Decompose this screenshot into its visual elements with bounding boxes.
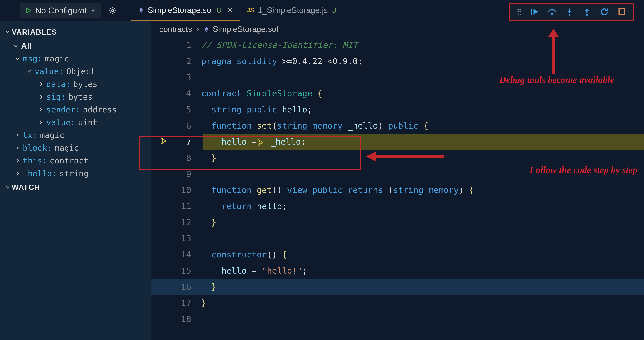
- ethereum-icon: [204, 26, 210, 32]
- variable-key: msg:: [23, 54, 42, 63]
- variable-value: address: [83, 105, 117, 114]
- line-number: 13: [151, 230, 201, 246]
- code-line-10[interactable]: 10 function get() view public returns (s…: [151, 182, 644, 198]
- code-line-17[interactable]: 17}: [151, 295, 644, 311]
- code-line-7[interactable]: 7 hello = _hello;: [151, 134, 644, 150]
- run-config-selector[interactable]: No Configurat: [20, 3, 101, 18]
- drag-grip-icon[interactable]: [516, 9, 522, 16]
- code-line-12[interactable]: 12 }: [151, 214, 644, 230]
- step-out-button[interactable]: [582, 8, 591, 17]
- code-line-13[interactable]: 13: [151, 230, 644, 246]
- breadcrumb[interactable]: contracts SimpleStorage.sol: [151, 21, 644, 37]
- variable-key: tx:: [23, 130, 38, 140]
- breadcrumb-file[interactable]: SimpleStorage.sol: [213, 25, 278, 34]
- variable-block[interactable]: block: magic: [7, 141, 151, 154]
- variable-data[interactable]: data: bytes: [7, 78, 151, 91]
- line-number: 4: [151, 85, 201, 102]
- variable-key: _hello:: [23, 169, 57, 178]
- code-line-9[interactable]: 9: [151, 166, 644, 182]
- line-number: 5: [151, 102, 201, 118]
- close-icon[interactable]: ✕: [227, 6, 233, 15]
- tab-1_simplestorage-js[interactable]: JS1_SimpleStorage.js U: [240, 0, 343, 21]
- line-content: }: [201, 214, 216, 230]
- code-line-5[interactable]: 5 string public hello;: [151, 102, 644, 118]
- line-number: 9: [151, 166, 201, 182]
- line-content: function get() view public returns (stri…: [201, 182, 474, 198]
- restart-button[interactable]: [600, 8, 609, 17]
- variable-key: value:: [34, 67, 64, 76]
- variable-key: value:: [46, 118, 75, 127]
- variable-value[interactable]: value: uint: [7, 116, 151, 129]
- variable-this[interactable]: this: contract: [7, 154, 151, 167]
- variable-msg[interactable]: msg: magic: [7, 52, 151, 65]
- code-line-8[interactable]: 8 }: [151, 150, 644, 166]
- chevron-down-icon: [5, 30, 10, 35]
- tab-label: SimpleStorage.sol: [148, 6, 213, 15]
- line-number: 3: [151, 69, 201, 85]
- code-line-3[interactable]: 3: [151, 69, 644, 85]
- variable-value: contract: [50, 156, 88, 165]
- variable-key: this:: [23, 156, 47, 165]
- chevron-right-icon: [38, 94, 44, 99]
- chevron-right-icon: [196, 27, 200, 32]
- code-line-11[interactable]: 11 return hello;: [151, 198, 644, 214]
- code-line-16[interactable]: 16 }: [151, 279, 644, 295]
- tab-label: 1_SimpleStorage.js: [258, 6, 328, 15]
- svg-point-4: [520, 11, 520, 12]
- debug-sidebar: VARIABLES All msg: magicvalue: Objectdat…: [0, 21, 151, 340]
- variable-sender[interactable]: sender: address: [7, 103, 151, 116]
- variable-value: bytes: [73, 79, 98, 89]
- chevron-right-icon: [15, 158, 20, 163]
- chevron-down-icon: [5, 185, 10, 190]
- debug-toolbar: [509, 3, 634, 21]
- svg-point-7: [551, 13, 553, 15]
- code-line-18[interactable]: 18: [151, 311, 644, 327]
- stop-button[interactable]: [618, 8, 626, 17]
- run-config-label: No Configurat: [35, 6, 87, 16]
- chevron-down-icon: [90, 8, 96, 13]
- variables-section-header[interactable]: VARIABLES: [0, 25, 151, 40]
- step-into-button[interactable]: [565, 8, 574, 17]
- variable-value: bytes: [68, 92, 93, 102]
- code-line-2[interactable]: 2pragma solidity >=0.4.22 <0.9.0;: [151, 53, 644, 69]
- gear-icon: [108, 6, 117, 15]
- tab-simplestorage-sol[interactable]: SimpleStorage.sol U ✕: [131, 0, 240, 21]
- svg-point-2: [520, 9, 520, 10]
- code-editor[interactable]: 1// SPDX-License-Identifier: MIT2pragma …: [151, 37, 644, 340]
- variable-_hello[interactable]: _hello: string: [7, 167, 151, 180]
- continue-button[interactable]: [530, 8, 539, 17]
- line-content: constructor() {: [201, 246, 287, 263]
- tab-status: U: [331, 6, 336, 15]
- svg-point-0: [111, 10, 114, 12]
- step-over-button[interactable]: [548, 8, 556, 17]
- variable-tx[interactable]: tx: magic: [7, 129, 151, 141]
- svg-point-8: [569, 14, 570, 16]
- tab-status: U: [216, 6, 222, 15]
- line-number: 2: [151, 53, 201, 69]
- line-number: 10: [151, 182, 201, 198]
- variable-sig[interactable]: sig: bytes: [7, 91, 151, 103]
- variable-key: sig:: [46, 92, 66, 102]
- line-content: return hello;: [201, 198, 287, 214]
- line-content: hello = "hello!";: [201, 263, 307, 279]
- code-line-4[interactable]: 4contract SimpleStorage {: [151, 85, 644, 102]
- code-line-14[interactable]: 14 constructor() {: [151, 246, 644, 263]
- code-line-1[interactable]: 1// SPDX-License-Identifier: MIT: [151, 37, 644, 53]
- scope-all[interactable]: All: [7, 40, 151, 52]
- watch-label: WATCH: [12, 183, 40, 191]
- breadcrumb-folder[interactable]: contracts: [159, 25, 192, 34]
- execution-pointer-icon: [160, 134, 168, 150]
- line-content: string public hello;: [201, 102, 312, 118]
- variable-value: magic: [54, 143, 79, 153]
- chevron-right-icon: [38, 82, 44, 87]
- line-content: function set(string memory _hello) publi…: [201, 118, 428, 134]
- line-content: pragma solidity >=0.4.22 <0.9.0;: [201, 53, 363, 69]
- code-line-6[interactable]: 6 function set(string memory _hello) pub…: [151, 118, 644, 134]
- variable-value[interactable]: value: Object: [7, 65, 151, 78]
- line-number: 16: [151, 279, 201, 295]
- chevron-right-icon: [15, 133, 20, 138]
- svg-rect-10: [619, 9, 625, 15]
- watch-section-header[interactable]: WATCH: [0, 180, 151, 195]
- settings-button[interactable]: [108, 6, 118, 16]
- code-line-15[interactable]: 15 hello = "hello!";: [151, 263, 644, 279]
